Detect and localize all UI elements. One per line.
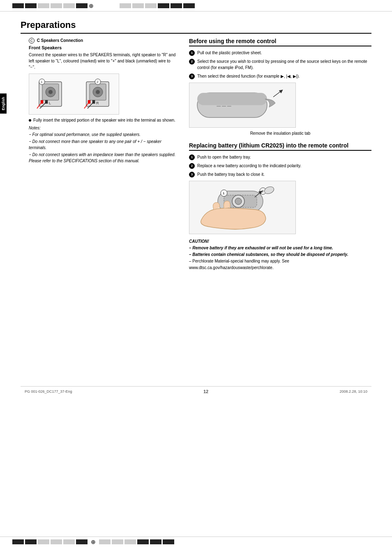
battery-replacement-image: 1 2 3 [189, 181, 296, 234]
left-column: C C Speakers Connection Front Speakers C… [21, 38, 177, 271]
body-text-1: Connect the speaker wires to the SPEAKER… [29, 52, 177, 70]
bullet-item-1: Fully insert the stripped portion of the… [29, 118, 177, 122]
footer-right-text: 2008.2.28, 10:10 [339, 389, 367, 394]
top-bar-right-segments [120, 3, 195, 8]
bstep-number-2: 2 [189, 163, 195, 169]
section-label: C C Speakers Connection [29, 38, 177, 44]
bar-seg-r3 [145, 3, 157, 8]
bar-seg-1 [12, 3, 24, 8]
svg-point-10 [96, 90, 100, 94]
battery-section-title: Replacing battery (lithium CR2025) into … [189, 142, 371, 151]
bstep-1-text: Push to open the battery tray. [197, 154, 251, 160]
remote-step-3: 3 Then select the desired function (for … [189, 73, 371, 79]
bottom-seg-1 [12, 539, 24, 544]
bottom-seg-4 [51, 539, 62, 544]
bstep-number-1: 1 [189, 154, 195, 160]
svg-text:— — —: — — — [217, 104, 231, 108]
step-3-text: Then select the desired function (for ex… [197, 73, 300, 79]
section-label-text: C Speakers Connection [37, 38, 83, 43]
battery-step-3: 3 Push the battery tray back to close it… [189, 171, 371, 177]
top-bar-center-mark [88, 2, 95, 9]
bottom-seg-6 [76, 539, 88, 544]
remote-svg: — — — [193, 85, 292, 126]
notes-section: Notes: − For optimal sound performance, … [29, 126, 177, 164]
step-2-text: Select the source you wish to control by… [197, 58, 371, 71]
footer: PG 001-026_DC177_37-Eng 12 2008.2.28, 10… [21, 386, 371, 394]
right-column: Before using the remote control 1 Pull o… [189, 38, 371, 271]
bar-seg-2 [25, 3, 37, 8]
bottom-seg-r2 [112, 539, 123, 544]
bottom-seg-r1 [99, 539, 111, 544]
main-columns: C C Speakers Connection Front Speakers C… [21, 38, 371, 271]
section2-title: Before using the remote control [189, 38, 371, 46]
bar-seg-r4 [158, 3, 169, 8]
step-number-3: 3 [189, 74, 195, 79]
bottom-seg-r3 [125, 539, 136, 544]
bottom-seg-2 [25, 539, 37, 544]
step-1-text: Pull out the plastic protective sheet. [197, 50, 262, 56]
bar-seg-3 [38, 3, 49, 8]
page-content: English Preparations C C Speakers Connec… [0, 12, 392, 410]
english-tab: English [0, 94, 7, 114]
svg-text:1: 1 [41, 80, 43, 84]
bstep-number-3: 3 [189, 172, 195, 177]
remote-control-image: — — — [189, 83, 296, 128]
caution-item-3: – Perchlorate Material-special handling … [189, 258, 371, 271]
remote-step-1: 1 Pull out the plastic protective sheet. [189, 50, 371, 56]
section-circle-c: C [29, 38, 35, 44]
bstep-3-text: Push the battery tray back to close it. [197, 171, 265, 177]
bottom-seg-r4 [137, 539, 149, 544]
note-2: − Do not connect more than one speaker t… [29, 138, 177, 151]
svg-text:R: R [96, 101, 99, 105]
notes-title: Notes: [29, 126, 177, 130]
note-1: − For optimal sound performance, use the… [29, 131, 177, 138]
bar-seg-4 [51, 3, 62, 8]
bar-seg-6 [76, 3, 88, 8]
bottom-seg-r6 [163, 539, 174, 544]
bullet-text-1: Fully insert the stripped portion of the… [33, 118, 175, 122]
caution-section: CAUTION! – Remove battery if they are ex… [189, 238, 371, 271]
svg-text:1: 1 [223, 191, 225, 195]
note-3: − Do not connect speakers with an impeda… [29, 152, 177, 164]
svg-text:2: 2 [97, 80, 99, 84]
svg-text:L: L [49, 101, 51, 105]
bottom-decorative-bar: ⊕ [0, 537, 392, 547]
battery-svg: 1 2 3 [193, 183, 292, 232]
footer-left-text: PG 001-026_DC177_37-Eng [25, 389, 72, 394]
registration-mark-top [88, 2, 95, 9]
page-number: 12 [203, 389, 208, 394]
bar-seg-r2 [132, 3, 144, 8]
remote-step-2: 2 Select the source you wish to control … [189, 58, 371, 71]
bottom-seg-5 [63, 539, 75, 544]
top-bar-left-segments [12, 3, 88, 8]
step-number-2: 2 [189, 59, 195, 64]
bar-seg-r5 [171, 3, 182, 8]
bottom-bar-right [99, 539, 174, 544]
svg-line-24 [273, 91, 281, 97]
battery-step-1: 1 Push to open the battery tray. [189, 154, 371, 160]
bar-seg-r1 [120, 3, 131, 8]
battery-step-2: 2 Replace a new battery according to the… [189, 163, 371, 169]
svg-point-3 [48, 90, 53, 94]
svg-point-29 [235, 198, 242, 205]
bstep-2-text: Replace a new battery according to the i… [197, 163, 301, 169]
top-decorative-bar [0, 0, 392, 12]
bullet-dot-1 [29, 119, 31, 122]
bottom-seg-3 [38, 539, 49, 544]
subsection-title: Front Speakers [29, 45, 177, 50]
bar-seg-5 [63, 3, 75, 8]
page-title: Preparations [21, 20, 371, 34]
speaker-svg: L R [31, 76, 117, 113]
step-number-1: 1 [189, 50, 195, 56]
speaker-connection-image: L R [29, 74, 119, 115]
svg-text:2: 2 [262, 189, 264, 193]
bottom-bar-left [12, 539, 88, 544]
caution-item-1: – Remove battery if they are exhausted o… [189, 245, 371, 251]
caution-item-2: – Batteries contain chemical substances,… [189, 251, 371, 258]
svg-rect-23 [197, 93, 267, 105]
caution-title: CAUTION! [189, 238, 371, 245]
bottom-seg-r5 [150, 539, 161, 544]
remote-image-caption: Remove the insulation plastic tab [189, 131, 371, 136]
battery-section: Replacing battery (lithium CR2025) into … [189, 142, 371, 271]
registration-mark-bottom: ⊕ [91, 539, 96, 545]
